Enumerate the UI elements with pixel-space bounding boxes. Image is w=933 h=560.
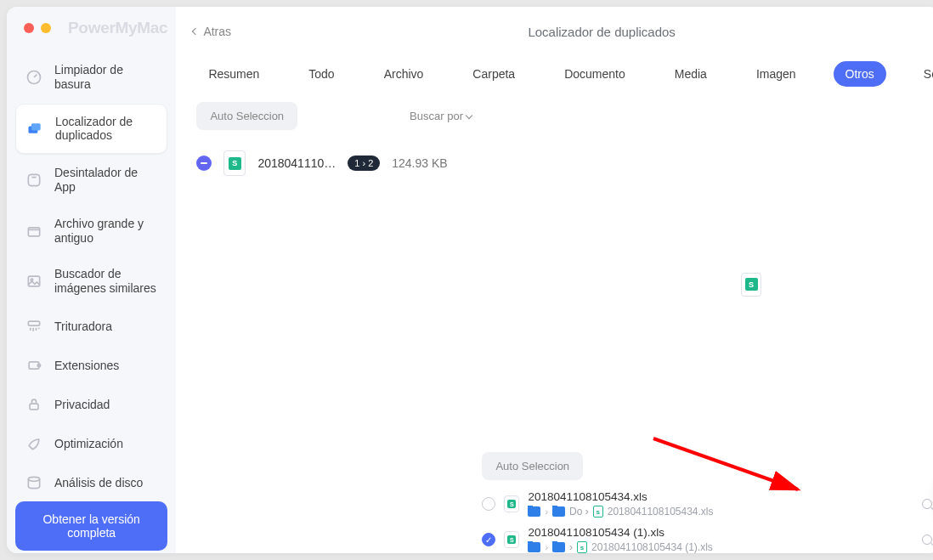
lock-icon xyxy=(25,396,42,413)
tab-folder[interactable]: Carpeta xyxy=(461,61,527,87)
file-checkbox[interactable] xyxy=(482,533,495,546)
svg-rect-10 xyxy=(30,404,38,410)
duplicate-group-row[interactable]: S 2018041110… 1 › 2 124.93 KB xyxy=(196,150,455,176)
main-content: Atras Localizador de duplicados ? Resume… xyxy=(176,7,933,553)
sidebar-item-label: Limpiador de basura xyxy=(54,63,157,92)
tab-archive[interactable]: Archivo xyxy=(372,61,436,87)
back-label: Atras xyxy=(203,25,231,38)
page-title: Localizador de duplicados xyxy=(528,25,675,39)
sidebar: PowerMyMac Limpiador de basura Localizad… xyxy=(7,7,176,553)
topbar: Atras Localizador de duplicados ? xyxy=(176,7,933,53)
path-segment: Do › xyxy=(569,506,589,518)
reveal-icon[interactable] xyxy=(922,535,932,545)
folder-icon xyxy=(552,506,565,517)
close-dot[interactable] xyxy=(24,23,34,33)
duplicate-groups-pane: S 2018041110… 1 › 2 124.93 KB xyxy=(176,140,475,553)
tab-document[interactable]: Documento xyxy=(552,61,637,87)
reveal-icon[interactable] xyxy=(922,499,932,509)
path-filename: 2018041108105434.xls xyxy=(608,506,714,518)
sidebar-item-shredder[interactable]: Trituradora xyxy=(15,308,167,345)
sidebar-item-label: Optimización xyxy=(54,437,123,451)
tab-all[interactable]: Todo xyxy=(297,61,346,87)
detail-tools: Auto Seleccion Buscar por xyxy=(475,445,933,490)
file-path: › Do › s 2018041108105434.xls xyxy=(528,506,913,518)
sidebar-item-duplicate-finder[interactable]: Localizador de duplicados xyxy=(15,104,167,155)
file-name: 2018041108105434 (1).xls xyxy=(528,526,913,539)
tab-media[interactable]: Media xyxy=(663,61,719,87)
spreadsheet-file-icon: S xyxy=(504,495,519,512)
file-info: 2018041108105434.xls › Do › s 2018041108… xyxy=(528,490,913,518)
category-tabs: Resumen Todo Archivo Carpeta Documento M… xyxy=(176,53,933,102)
sidebar-item-large-old[interactable]: Archivo grande y antiguo xyxy=(15,206,167,256)
sidebar-item-extensions[interactable]: Extensiones xyxy=(15,347,167,384)
sidebar-item-junk-cleaner[interactable]: Limpiador de basura xyxy=(15,53,167,102)
sidebar-item-uninstaller[interactable]: Desintalador de App xyxy=(15,156,167,205)
tab-others[interactable]: Otros xyxy=(834,61,886,87)
rocket-icon xyxy=(25,435,42,452)
spreadsheet-file-icon: S xyxy=(741,273,761,297)
file-row[interactable]: S 2018041108105434.xls › Do › s 20180411… xyxy=(482,490,933,518)
partial-select-icon[interactable] xyxy=(196,156,212,171)
window-controls: PowerMyMac xyxy=(15,19,167,37)
sidebar-item-label: Localizador de duplicados xyxy=(55,115,156,144)
group-size: 124.93 KB xyxy=(392,156,447,170)
svg-rect-2 xyxy=(31,124,41,131)
image-icon xyxy=(25,273,42,290)
sidebar-item-label: Desintalador de App xyxy=(54,166,157,195)
file-path: › › s 2018041108105434 (1).xls xyxy=(528,541,913,553)
auto-select-button[interactable]: Auto Seleccion xyxy=(196,102,297,130)
sidebar-item-label: Archivo grande y antiguo xyxy=(54,217,157,246)
duplicate-files-list: S 2018041108105434.xls › Do › s 20180411… xyxy=(475,490,933,553)
svg-rect-4 xyxy=(28,227,39,235)
archive-icon xyxy=(25,223,42,240)
group-filename: 2018041110… xyxy=(257,156,336,170)
spreadsheet-file-icon: S xyxy=(504,531,519,548)
sidebar-item-label: Análisis de disco xyxy=(54,476,143,490)
get-full-version-button[interactable]: Obtener la versión completa xyxy=(15,501,167,551)
details-pane: S Auto Seleccion Buscar por S 2018041108… xyxy=(475,140,933,553)
group-tools: Auto Seleccion Buscar por xyxy=(176,102,933,140)
svg-point-11 xyxy=(28,477,39,481)
tab-image[interactable]: Imagen xyxy=(744,61,808,87)
sidebar-nav: Limpiador de basura Localizador de dupli… xyxy=(15,53,167,501)
auto-select-detail-button[interactable]: Auto Seleccion xyxy=(482,452,583,480)
puzzle-icon xyxy=(25,357,42,374)
sidebar-item-optimize[interactable]: Optimización xyxy=(15,425,167,462)
sort-by-label: Buscar por xyxy=(410,110,463,122)
file-info: 2018041108105434 (1).xls › › s 201804110… xyxy=(528,526,913,553)
minimize-dot[interactable] xyxy=(41,23,51,33)
folders-icon xyxy=(26,120,43,137)
file-preview: S xyxy=(475,140,933,445)
shredder-icon xyxy=(25,318,42,335)
chevron-down-icon xyxy=(466,111,472,118)
sidebar-item-label: Buscador de imágenes similares xyxy=(54,267,157,296)
folder-icon xyxy=(528,506,540,517)
svg-rect-5 xyxy=(28,276,39,286)
sidebar-item-similar-images[interactable]: Buscador de imágenes similares xyxy=(15,257,167,306)
folder-icon xyxy=(528,542,540,552)
file-name: 2018041108105434.xls xyxy=(528,490,913,503)
gauge-icon xyxy=(25,69,42,86)
group-count-badge: 1 › 2 xyxy=(348,156,380,171)
sort-by-dropdown[interactable]: Buscar por xyxy=(410,110,472,122)
xls-icon: s xyxy=(593,506,603,518)
file-row[interactable]: S 2018041108105434 (1).xls › › s 2018041… xyxy=(482,526,933,553)
folder-icon xyxy=(552,542,565,552)
tab-summary[interactable]: Resumen xyxy=(196,61,271,87)
back-button[interactable]: Atras xyxy=(193,25,231,38)
sidebar-item-disk[interactable]: Análisis de disco xyxy=(15,464,167,501)
sidebar-item-label: Trituradora xyxy=(54,320,112,334)
path-filename: 2018041108105434 (1).xls xyxy=(591,541,713,553)
sidebar-item-privacy[interactable]: Privacidad xyxy=(15,386,167,423)
brand-label: PowerMyMac xyxy=(68,19,167,37)
app-window: PowerMyMac Limpiador de basura Localizad… xyxy=(7,7,933,553)
sidebar-item-label: Extensiones xyxy=(54,359,119,373)
file-checkbox[interactable] xyxy=(482,497,495,511)
tab-selected[interactable]: Seleccionado xyxy=(912,61,933,87)
svg-rect-7 xyxy=(28,321,39,325)
chevron-left-icon xyxy=(192,28,199,35)
svg-rect-3 xyxy=(28,174,39,185)
spreadsheet-file-icon: S xyxy=(223,150,246,176)
xls-icon: s xyxy=(577,541,587,553)
content-area: S 2018041110… 1 › 2 124.93 KB S Auto Sel… xyxy=(176,140,933,553)
